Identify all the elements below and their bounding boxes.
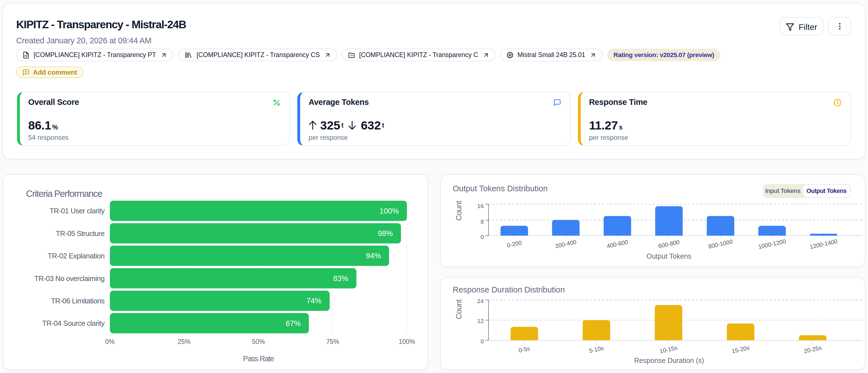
svg-text:0: 0 bbox=[480, 338, 484, 345]
svg-text:16: 16 bbox=[477, 203, 484, 209]
svg-text:Response Duration Distribution: Response Duration Distribution bbox=[453, 285, 565, 294]
svg-text:5-10s: 5-10s bbox=[589, 345, 604, 354]
svg-text:TR-02 Explanation: TR-02 Explanation bbox=[48, 252, 104, 260]
svg-text:Pass Rate: Pass Rate bbox=[243, 354, 274, 363]
svg-text:100%: 100% bbox=[399, 338, 415, 345]
svg-text:50%: 50% bbox=[252, 338, 265, 345]
svg-text:400-600: 400-600 bbox=[606, 238, 628, 250]
svg-text:600-800: 600-800 bbox=[658, 238, 680, 250]
svg-text:TR-03 No overclaiming: TR-03 No overclaiming bbox=[34, 274, 104, 283]
svg-text:1200-1400: 1200-1400 bbox=[809, 238, 838, 250]
svg-text:0%: 0% bbox=[105, 338, 115, 345]
svg-text:200-400: 200-400 bbox=[554, 238, 577, 250]
svg-text:74%: 74% bbox=[307, 297, 322, 305]
svg-text:800-1000: 800-1000 bbox=[708, 238, 733, 250]
svg-text:20-25s: 20-25s bbox=[803, 344, 822, 354]
svg-text:1000-1200: 1000-1200 bbox=[757, 238, 786, 250]
svg-text:8: 8 bbox=[480, 219, 484, 225]
svg-text:75%: 75% bbox=[326, 338, 339, 345]
svg-text:0-5s: 0-5s bbox=[518, 345, 531, 354]
svg-text:Count: Count bbox=[455, 299, 463, 320]
svg-text:TR-05 Structure: TR-05 Structure bbox=[56, 229, 105, 238]
svg-text:15-20s: 15-20s bbox=[731, 344, 750, 354]
svg-text:24: 24 bbox=[477, 298, 484, 304]
svg-text:Criteria Performance: Criteria Performance bbox=[26, 189, 102, 199]
svg-text:0-200: 0-200 bbox=[506, 239, 522, 249]
svg-text:10-15s: 10-15s bbox=[659, 344, 678, 354]
svg-text:TR-06 Limitations: TR-06 Limitations bbox=[51, 297, 105, 305]
svg-text:98%: 98% bbox=[378, 229, 393, 238]
svg-text:94%: 94% bbox=[366, 252, 381, 260]
svg-text:TR-04 Source clarity: TR-04 Source clarity bbox=[42, 319, 105, 327]
svg-text:Output Tokens: Output Tokens bbox=[646, 252, 691, 260]
svg-text:12: 12 bbox=[477, 318, 484, 324]
svg-text:100%: 100% bbox=[379, 207, 399, 215]
svg-text:Count: Count bbox=[455, 201, 463, 221]
svg-text:Response Duration (s): Response Duration (s) bbox=[634, 356, 704, 364]
svg-text:Output Tokens Distribution: Output Tokens Distribution bbox=[453, 184, 548, 193]
svg-text:0: 0 bbox=[480, 234, 484, 240]
svg-text:67%: 67% bbox=[286, 319, 301, 328]
svg-text:TR-01 User clarity: TR-01 User clarity bbox=[50, 207, 105, 215]
svg-text:83%: 83% bbox=[333, 274, 348, 283]
svg-text:25%: 25% bbox=[178, 338, 191, 345]
